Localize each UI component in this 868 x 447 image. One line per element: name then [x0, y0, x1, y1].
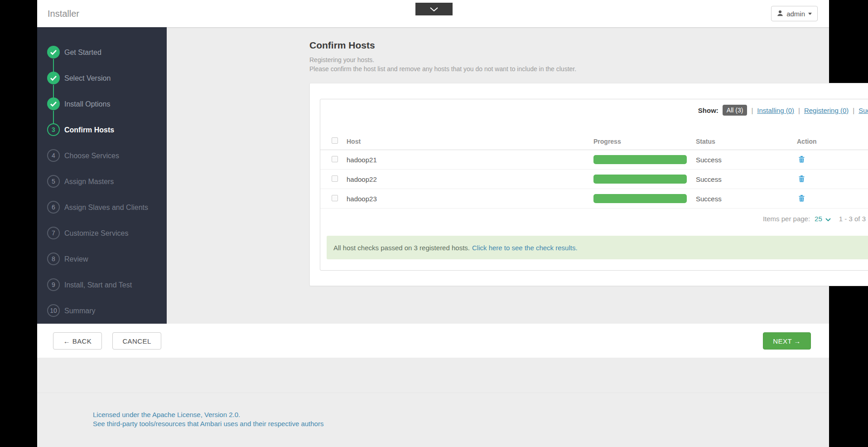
- step-label: Choose Services: [64, 152, 119, 160]
- chevron-down-icon: [430, 6, 438, 13]
- back-button-label: BACK: [72, 337, 92, 345]
- step-label: Assign Slaves and Clients: [64, 204, 148, 212]
- step-check-icon: [47, 97, 60, 110]
- confirm-hosts-card: Show: All (3)|Installing (0)|Registering…: [309, 83, 868, 286]
- step-label: Install, Start and Test: [64, 281, 132, 289]
- host-row-checkbox[interactable]: [332, 195, 338, 201]
- sidebar-step-choose-services: 4Choose Services: [37, 143, 167, 169]
- next-button[interactable]: NEXT →: [763, 332, 811, 350]
- page-description: Registering your hosts. Please confirm t…: [309, 55, 576, 73]
- filter-option-registering-0[interactable]: Registering (0): [804, 107, 849, 114]
- pagination-bar: Items per page: 25 1 - 3 of 3: [320, 209, 868, 228]
- filter-row: Show: All (3)|Installing (0)|Registering…: [698, 105, 868, 116]
- check-results-link[interactable]: Click here to see the check results.: [472, 244, 578, 252]
- host-checks-alert: All host checks passed on 3 registered h…: [327, 236, 868, 259]
- sidebar-step-get-started: Get Started: [37, 39, 167, 65]
- back-button[interactable]: ← BACK: [53, 332, 102, 350]
- user-menu-button[interactable]: admin: [771, 6, 818, 21]
- step-number-badge: 9: [47, 278, 60, 291]
- sidebar-step-install-options: Install Options: [37, 91, 167, 117]
- step-number-badge: 4: [47, 149, 60, 162]
- description-line: Please confirm the host list and remove …: [309, 64, 576, 73]
- sidebar-step-assign-masters: 5Assign Masters: [37, 169, 167, 194]
- top-navbar: Installer admin: [37, 0, 829, 27]
- chevron-down-icon: [825, 215, 831, 223]
- items-per-page-select[interactable]: 25: [815, 215, 831, 223]
- filter-separator: |: [751, 107, 753, 114]
- hosts-panel: Show: All (3)|Installing (0)|Registering…: [320, 99, 868, 271]
- host-row-hadoop21: hadoop21Success: [320, 150, 868, 170]
- host-status: Success: [696, 195, 797, 203]
- user-name: admin: [786, 10, 805, 18]
- filter-option-installing-0[interactable]: Installing (0): [757, 107, 794, 114]
- wizard-sidebar: Get StartedSelect VersionInstall Options…: [37, 27, 167, 324]
- caret-down-icon: [808, 13, 812, 17]
- filter-option-all-3[interactable]: All (3): [723, 105, 747, 116]
- step-number-badge: 6: [47, 201, 60, 214]
- step-label: Customize Services: [64, 229, 128, 238]
- host-name: hadoop21: [347, 156, 593, 164]
- host-name: hadoop23: [347, 195, 593, 203]
- pagination-range: 1 - 3 of 3: [839, 215, 866, 223]
- filter-separator: |: [853, 107, 854, 114]
- cancel-button[interactable]: CANCEL: [112, 332, 161, 350]
- step-label: Install Options: [64, 100, 110, 108]
- host-progress-bar: [593, 175, 687, 184]
- host-progress-track: [593, 194, 687, 203]
- host-status: Success: [696, 175, 797, 183]
- host-row-hadoop22: hadoop22Success: [320, 170, 868, 189]
- sidebar-step-review: 8Review: [37, 246, 167, 272]
- step-number-badge: 8: [47, 253, 60, 265]
- navbar-collapse-toggle[interactable]: [415, 3, 453, 15]
- app-title: Installer: [48, 0, 79, 27]
- remove-host-button[interactable]: [798, 155, 805, 164]
- trash-icon: [799, 196, 805, 203]
- step-check-icon: [47, 46, 60, 58]
- items-per-page-value: 25: [815, 215, 822, 223]
- sidebar-step-assign-slaves-and-clients: 6Assign Slaves and Clients: [37, 194, 167, 220]
- host-row-checkbox[interactable]: [332, 156, 338, 162]
- trash-icon: [799, 157, 805, 164]
- step-number-badge: 3: [47, 123, 60, 136]
- host-progress-track: [593, 175, 687, 184]
- column-header-status: Status: [696, 138, 797, 145]
- cancel-button-label: CANCEL: [122, 337, 151, 345]
- host-row-hadoop23: hadoop23Success: [320, 189, 868, 209]
- host-row-checkbox[interactable]: [332, 175, 338, 182]
- footer-link-0[interactable]: Licensed under the Apache License, Versi…: [93, 410, 323, 419]
- wizard-steps: Get StartedSelect VersionInstall Options…: [37, 39, 167, 324]
- step-check-icon: [47, 72, 60, 84]
- column-header-progress: Progress: [593, 138, 696, 145]
- description-line: Registering your hosts.: [309, 55, 576, 64]
- host-name: hadoop22: [347, 175, 593, 183]
- sidebar-step-install-start-and-test: 9Install, Start and Test: [37, 272, 167, 298]
- step-label: Confirm Hosts: [64, 126, 114, 134]
- trash-icon: [799, 177, 805, 184]
- filter-label: Show:: [698, 107, 719, 114]
- app-window: Installer admin Get StartedSelect Versio…: [37, 0, 829, 447]
- host-progress-bar: [593, 194, 687, 203]
- user-icon: [777, 10, 783, 18]
- step-number-badge: 5: [47, 175, 60, 188]
- step-label: Assign Masters: [64, 178, 114, 186]
- step-number-badge: 7: [47, 227, 60, 239]
- remove-host-button[interactable]: [798, 175, 805, 183]
- wizard-button-bar: ← BACK CANCEL NEXT →: [37, 324, 829, 358]
- footer-divider: [37, 393, 829, 393]
- step-label: Summary: [64, 307, 95, 315]
- column-header-host: Host: [347, 138, 593, 145]
- host-progress-bar: [593, 155, 687, 164]
- sidebar-step-customize-services: 7Customize Services: [37, 220, 167, 246]
- items-per-page-label: Items per page:: [763, 215, 810, 223]
- step-label: Select Version: [64, 74, 111, 83]
- footer-links: Licensed under the Apache License, Versi…: [93, 410, 323, 428]
- table-header: Host Progress Status Action: [320, 133, 868, 150]
- host-status: Success: [696, 156, 797, 164]
- host-progress-track: [593, 155, 687, 164]
- filter-option-success-3[interactable]: Success (3): [858, 107, 868, 114]
- step-label: Get Started: [64, 49, 101, 57]
- select-all-checkbox[interactable]: [332, 137, 338, 144]
- remove-host-button[interactable]: [798, 194, 805, 203]
- footer-link-1[interactable]: See third-party tools/resources that Amb…: [93, 419, 323, 428]
- filter-separator: |: [798, 107, 800, 114]
